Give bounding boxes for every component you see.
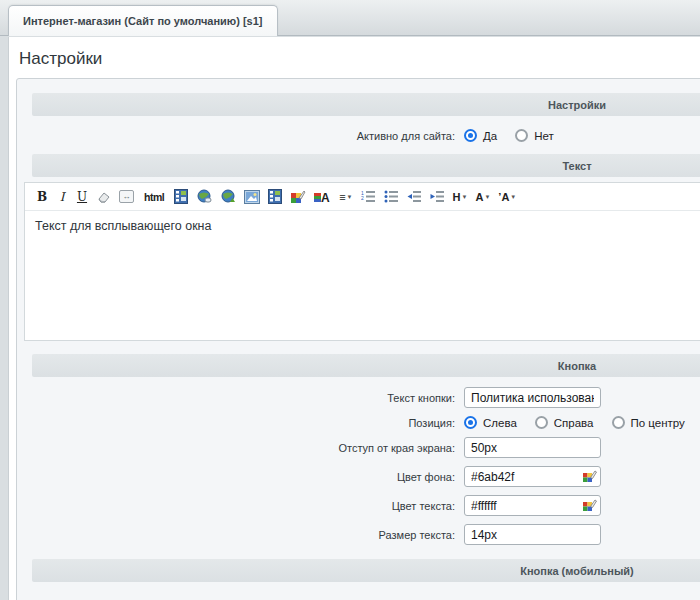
field-row-button-text: Текст кнопки: (32, 387, 700, 408)
snippet-icon[interactable] (174, 189, 188, 205)
active-label: Активно для сайта: (32, 130, 464, 142)
position-label: Позиция: (32, 417, 464, 429)
position-left-radio[interactable] (464, 416, 477, 429)
bullet-list-icon[interactable] (384, 189, 399, 205)
indent-icon[interactable] (430, 189, 445, 205)
color-picker-icon[interactable] (582, 469, 597, 484)
section-header-button-label: Кнопка (558, 360, 596, 372)
source-code-icon[interactable]: ↔ (119, 190, 134, 203)
text-size-input[interactable] (464, 524, 601, 545)
active-yes-label[interactable]: Да (483, 130, 497, 142)
position-center-label[interactable]: По центру (631, 417, 685, 429)
bg-color-input[interactable] (464, 466, 601, 487)
ordered-list-icon[interactable]: 12 (361, 189, 376, 205)
field-row-edge-offset: Отступ от края экрана: (32, 437, 700, 458)
eraser-icon[interactable] (96, 189, 111, 205)
svg-text:A: A (321, 191, 330, 204)
page-content: Настройки Настройки Активно для сайта: Д… (8, 37, 700, 600)
section-header-settings-label: Настройки (548, 99, 606, 111)
active-no-label[interactable]: Нет (534, 130, 554, 142)
position-right-label[interactable]: Справа (554, 417, 594, 429)
text-size-label: Размер текста: (32, 529, 464, 541)
tab-strip: Интернет-магазин (Сайт по умолчанию) [s1… (0, 0, 700, 36)
palette-icon[interactable] (290, 189, 306, 205)
color-picker-icon[interactable] (582, 498, 597, 513)
globe-add-icon[interactable] (220, 189, 236, 205)
html-mode-button[interactable]: html (144, 189, 164, 205)
font-color-icon[interactable]: A (314, 189, 331, 205)
position-center-radio[interactable] (612, 416, 625, 429)
italic-button[interactable]: I (56, 189, 68, 205)
settings-form: Настройки Активно для сайта: Да Нет Текс… (16, 78, 700, 600)
text-color-label: Цвет текста: (32, 500, 464, 512)
field-row-position: Позиция: Слева Справа По центру (32, 416, 700, 429)
tab-internet-shop[interactable]: Интернет-магазин (Сайт по умолчанию) [s1… (8, 5, 278, 36)
svg-text:2: 2 (361, 195, 364, 201)
link-globe-icon[interactable] (196, 189, 212, 205)
field-row-text-color: Цвет текста: (32, 495, 700, 516)
section-header-button-mobile-label: Кнопка (мобильный) (520, 565, 634, 577)
editor-content[interactable]: Текст для всплывающего окна (25, 211, 700, 340)
image-icon[interactable] (244, 189, 260, 205)
bold-button[interactable]: B (36, 189, 48, 205)
position-right-radio[interactable] (535, 416, 548, 429)
font-size-dropdown[interactable]: A▼ (475, 189, 490, 205)
page-title: Настройки (19, 49, 700, 69)
align-icon[interactable]: ≡▼ (339, 189, 352, 205)
field-row-bg-color: Цвет фона: (32, 466, 700, 487)
html-editor: B I U ↔ html (24, 182, 700, 341)
section-header-button-mobile: Кнопка (мобильный) (32, 559, 700, 582)
tab-title: Интернет-магазин (Сайт по умолчанию) [s1… (23, 15, 263, 27)
active-no-radio[interactable] (515, 129, 528, 142)
position-left-label[interactable]: Слева (483, 417, 517, 429)
outdent-icon[interactable] (407, 189, 422, 205)
section-header-text-label: Текст (562, 160, 591, 172)
button-text-input[interactable] (464, 387, 601, 408)
text-color-input[interactable] (464, 495, 601, 516)
font-family-dropdown[interactable]: ʼA▼ (498, 189, 516, 205)
bg-color-label: Цвет фона: (32, 471, 464, 483)
edge-offset-label: Отступ от края экрана: (32, 442, 464, 454)
table-icon[interactable] (268, 189, 282, 205)
section-header-button: Кнопка (32, 354, 700, 377)
active-yes-radio[interactable] (464, 129, 477, 142)
heading-dropdown[interactable]: H▼ (453, 189, 468, 205)
field-row-active: Активно для сайта: Да Нет (32, 116, 700, 154)
editor-toolbar: B I U ↔ html (25, 183, 700, 211)
underline-button[interactable]: U (76, 189, 88, 205)
section-header-text: Текст (32, 154, 700, 177)
section-header-settings: Настройки (32, 93, 700, 116)
button-text-label: Текст кнопки: (32, 392, 464, 404)
field-row-text-size: Размер текста: (32, 524, 700, 545)
edge-offset-input[interactable] (464, 437, 601, 458)
